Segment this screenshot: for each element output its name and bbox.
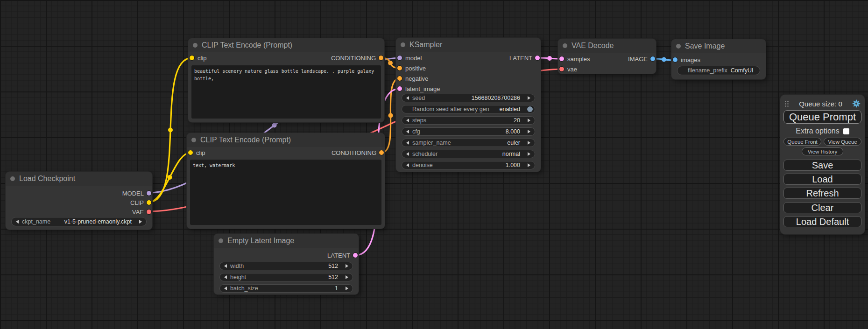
prompt-textarea[interactable]: text, watermark [190,160,381,225]
drag-handle-icon[interactable] [784,100,789,107]
load-default-button[interactable]: Load Default [783,216,861,227]
widget-increment-arrow-icon[interactable] [528,119,530,122]
output-slot-clip[interactable] [147,200,151,205]
widget-increment-arrow-icon[interactable] [528,152,530,156]
node-titlebar[interactable]: CLIP Text Encode (Prompt) [187,133,385,147]
input-slot-clip[interactable] [190,56,194,60]
widget-increment-arrow-icon[interactable] [528,96,530,100]
link-midpoint-dot [168,175,172,180]
widget-sampler-name[interactable]: sampler_name euler [402,139,535,147]
output-label: CLIP [130,199,144,206]
widget-increment-arrow-icon[interactable] [346,264,348,268]
widget-seed[interactable]: seed 156680208700286 [402,94,535,102]
widget-height[interactable]: height 512 [219,273,353,281]
node-titlebar[interactable]: KSampler [396,38,541,52]
widget-decrement-arrow-icon[interactable] [224,275,227,279]
collapse-dot-icon[interactable] [676,44,681,49]
output-label: LATENT [509,55,532,62]
widget-label: Random seed after every gen [412,106,489,112]
slot-row: clip CONDITIONING [187,147,385,158]
node-title: VAE Decode [572,42,614,50]
widget-decrement-arrow-icon[interactable] [406,163,409,167]
load-button[interactable]: Load [783,174,861,185]
extra-options-checkbox[interactable] [843,128,849,134]
widget-increment-arrow-icon[interactable] [528,163,530,167]
widget-decrement-arrow-icon[interactable] [406,152,409,156]
save-button[interactable]: Save [783,160,861,171]
collapse-dot-icon[interactable] [219,238,223,243]
widget-label: denoise [412,162,433,168]
link-wire-clip [149,153,191,202]
widget-label: filename_prefix [688,67,727,74]
node-titlebar[interactable]: Empty Latent Image [214,234,359,248]
widget-steps[interactable]: steps 20 [402,116,535,125]
node-titlebar[interactable]: CLIP Text Encode (Prompt) [188,38,384,52]
input-slot-negative[interactable] [397,76,402,81]
output-slot-conditioning[interactable] [379,56,383,60]
view-queue-button[interactable]: View Queue [824,138,861,146]
slot-row: latent_image [396,84,541,94]
input-slot-clip[interactable] [188,150,193,155]
widget-decrement-arrow-icon[interactable] [406,130,409,133]
output-slot-latent[interactable] [353,253,358,258]
node-titlebar[interactable]: Save Image [671,39,766,53]
input-slot-samples[interactable] [559,56,564,61]
widget-decrement-arrow-icon[interactable] [16,220,19,224]
widget-denoise[interactable]: denoise 1.000 [402,161,535,169]
link-midpoint-dot [388,113,393,118]
widget-width[interactable]: width 512 [219,262,353,270]
toggle-pin-icon[interactable] [527,106,533,112]
input-slot-model[interactable] [397,56,402,60]
collapse-dot-icon[interactable] [193,43,198,48]
widget-scheduler[interactable]: scheduler normal [402,150,535,158]
input-slot-images[interactable] [673,57,677,62]
input-slot-latent-image[interactable] [397,86,402,91]
widget-value: enabled [500,106,521,112]
node-title: Load Checkpoint [19,175,75,183]
input-slot-positive[interactable] [397,66,402,70]
node-vae-decode: VAE Decode samples IMAGE vae [558,39,656,74]
widget-cfg[interactable]: cfg 8.000 [402,127,535,136]
widget-decrement-arrow-icon[interactable] [224,264,227,268]
view-history-button[interactable]: View History [802,147,843,155]
collapse-dot-icon[interactable] [401,42,405,47]
output-slot-model[interactable] [147,191,151,196]
clear-button[interactable]: Clear [783,202,861,213]
widget-value: 20 [514,117,520,124]
widget-value: euler [507,140,520,146]
node-titlebar[interactable]: VAE Decode [558,39,656,53]
node-titlebar[interactable]: Load Checkpoint [6,172,152,186]
collapse-dot-icon[interactable] [191,138,196,142]
node-title: CLIP Text Encode (Prompt) [202,41,292,49]
widget-filename-prefix[interactable]: filename_prefix ComfyUI [677,66,760,75]
queue-front-button[interactable]: Queue Front [783,138,821,146]
widget-increment-arrow-icon[interactable] [528,141,530,145]
output-slot-conditioning[interactable] [379,150,384,155]
input-label: model [405,55,422,62]
refresh-button[interactable]: Refresh [783,188,861,199]
widget-decrement-arrow-icon[interactable] [406,141,409,145]
widget-random-seed-toggle[interactable]: Random seed after every gen enabled [402,105,535,113]
queue-prompt-button[interactable]: Queue Prompt [783,110,861,124]
settings-gear-icon[interactable] [852,99,861,108]
widget-increment-arrow-icon[interactable] [346,275,348,279]
prompt-textarea[interactable]: beautiful scenery nature glass bottle la… [191,65,381,119]
widget-ckpt-name[interactable]: ckpt_name v1-5-pruned-emaonly.ckpt [11,217,147,226]
widget-increment-arrow-icon[interactable] [346,287,348,290]
widget-decrement-arrow-icon[interactable] [406,96,409,100]
widget-decrement-arrow-icon[interactable] [224,287,227,290]
widget-batch-size[interactable]: batch_size 1 [219,284,353,293]
collapse-dot-icon[interactable] [563,43,567,48]
widget-decrement-arrow-icon[interactable] [406,119,409,122]
input-label: positive [405,65,426,72]
widget-increment-arrow-icon[interactable] [528,130,530,133]
queue-small-buttons: Queue Front View Queue [783,138,861,146]
output-slot-latent[interactable] [535,56,540,60]
input-slot-vae[interactable] [559,67,564,71]
input-label: samples [567,56,590,63]
output-slot-vae[interactable] [147,210,151,214]
collapse-dot-icon[interactable] [10,176,15,181]
output-slot-image[interactable] [650,56,655,61]
widget-increment-arrow-icon[interactable] [139,220,142,224]
graph-canvas[interactable]: Load Checkpoint MODEL CLIP VAE ckpt_name… [0,0,868,329]
